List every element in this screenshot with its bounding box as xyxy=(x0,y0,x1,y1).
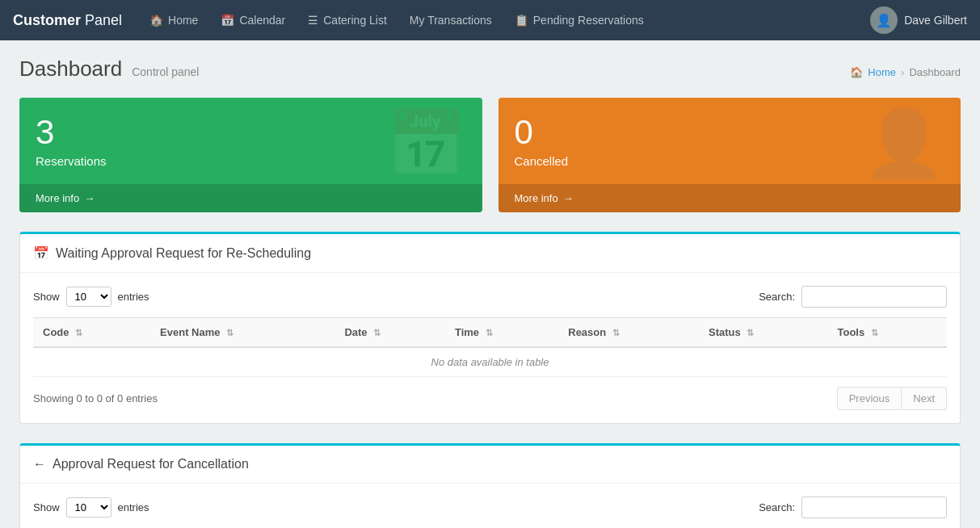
reschedule-search-label: Search: xyxy=(759,291,795,303)
cancellation-header-icon: ← xyxy=(33,457,46,471)
nav-pending-label: Pending Reservations xyxy=(533,14,644,27)
page-subtitle: Control panel xyxy=(132,65,199,78)
reschedule-table-body: No data available in table xyxy=(33,347,947,377)
reschedule-entries-label: entries xyxy=(118,291,149,303)
reschedule-no-data: No data available in table xyxy=(33,347,947,377)
clipboard-icon: 📋 xyxy=(515,14,528,27)
sort-icon-event: ⇅ xyxy=(226,328,233,338)
cancelled-footer-label: More info xyxy=(515,192,558,204)
breadcrumb-home-icon: 🏠 xyxy=(850,66,863,78)
cancellation-search-control: Search: xyxy=(759,497,947,518)
list-icon: ☰ xyxy=(308,14,318,27)
sort-icon-tools: ⇅ xyxy=(871,328,878,338)
cancellation-show-entries: Show 10 25 50 100 entries xyxy=(33,497,149,518)
cancellation-search-input[interactable] xyxy=(801,497,947,518)
page-title-area: Dashboard Control panel xyxy=(19,57,199,82)
nav-calendar-label: Calendar xyxy=(239,14,285,27)
reservations-more-info[interactable]: More info → xyxy=(19,184,482,212)
arrow-right-icon: → xyxy=(84,192,95,204)
nav-home[interactable]: 🏠 Home xyxy=(138,0,209,40)
cancelled-bg-icon: 👤 xyxy=(864,106,944,182)
nav-transactions-label: My Transactions xyxy=(410,14,492,27)
reschedule-showing: Showing 0 to 0 of 0 entries xyxy=(33,392,158,404)
reschedule-show-label: Show xyxy=(33,291,60,303)
breadcrumb-home-link[interactable]: Home xyxy=(868,66,896,78)
cancellation-section-header: ← Approval Request for Cancellation xyxy=(20,446,960,484)
reservations-footer-label: More info xyxy=(36,192,79,204)
sort-icon-status: ⇅ xyxy=(747,328,754,338)
reservations-bg-icon: 📅 xyxy=(385,106,466,182)
cancellation-header-title: Approval Request for Cancellation xyxy=(53,457,249,471)
reschedule-section-body: Show 10 25 50 100 entries Search: xyxy=(20,273,960,423)
breadcrumb-separator: › xyxy=(901,66,904,78)
nav-catering-label: Catering List xyxy=(323,14,387,27)
reschedule-show-entries: Show 10 25 50 100 entries xyxy=(33,287,149,307)
navbar-user[interactable]: 👤 Dave Gilbert xyxy=(870,6,967,34)
sort-icon-code: ⇅ xyxy=(75,328,82,338)
col-event-name: Event Name ⇅ xyxy=(150,318,334,348)
cancellation-search-label: Search: xyxy=(759,501,795,513)
cancellation-section-body: Show 10 25 50 100 entries Search: xyxy=(20,484,960,528)
cancellation-show-label: Show xyxy=(33,501,60,513)
nav-catering[interactable]: ☰ Catering List xyxy=(297,0,398,40)
sort-icon-reason: ⇅ xyxy=(612,328,620,338)
cancellation-entries-select[interactable]: 10 25 50 100 xyxy=(66,497,111,518)
stat-card-reservations: 3 Reservations 📅 More info → xyxy=(19,98,482,212)
page-header: Dashboard Control panel 🏠 Home › Dashboa… xyxy=(19,57,961,82)
content-wrapper: Dashboard Control panel 🏠 Home › Dashboa… xyxy=(0,40,980,528)
sort-icon-date: ⇅ xyxy=(373,328,381,338)
reschedule-section: 📅 Waiting Approval Request for Re-Schedu… xyxy=(19,232,961,424)
reschedule-table-head: Code ⇅ Event Name ⇅ Date ⇅ Time ⇅ Reason… xyxy=(33,318,947,348)
reschedule-prev-btn[interactable]: Previous xyxy=(837,387,902,410)
reschedule-header-row: Code ⇅ Event Name ⇅ Date ⇅ Time ⇅ Reason… xyxy=(33,318,947,348)
cancelled-more-info[interactable]: More info → xyxy=(498,184,961,212)
nav-items: 🏠 Home 📅 Calendar ☰ Catering List My Tra… xyxy=(138,0,870,40)
reschedule-table: Code ⇅ Event Name ⇅ Date ⇅ Time ⇅ Reason… xyxy=(33,317,947,377)
col-time: Time ⇅ xyxy=(445,318,558,348)
brand-strong: Customer xyxy=(13,12,81,28)
reschedule-no-data-row: No data available in table xyxy=(33,347,947,377)
reschedule-search-control: Search: xyxy=(759,286,947,308)
sort-icon-time: ⇅ xyxy=(486,328,493,338)
calendar-icon: 📅 xyxy=(221,14,234,27)
nav-pending[interactable]: 📋 Pending Reservations xyxy=(503,0,655,40)
nav-calendar[interactable]: 📅 Calendar xyxy=(209,0,297,40)
col-code: Code ⇅ xyxy=(33,318,150,348)
reschedule-section-header: 📅 Waiting Approval Request for Re-Schedu… xyxy=(20,234,960,273)
brand: Customer Panel xyxy=(13,12,122,29)
cancellation-table-controls: Show 10 25 50 100 entries Search: xyxy=(33,497,947,518)
col-reason: Reason ⇅ xyxy=(558,318,699,348)
col-status: Status ⇅ xyxy=(699,318,827,348)
cancellation-entries-label: entries xyxy=(118,501,149,513)
reschedule-search-input[interactable] xyxy=(801,286,947,308)
navbar: Customer Panel 🏠 Home 📅 Calendar ☰ Cater… xyxy=(0,0,980,40)
reschedule-header-icon: 📅 xyxy=(33,245,49,261)
stat-card-cancelled: 0 Cancelled 👤 More info → xyxy=(498,98,961,212)
reschedule-table-controls: Show 10 25 50 100 entries Search: xyxy=(33,286,947,308)
stat-cards: 3 Reservations 📅 More info → 0 Cancelled… xyxy=(19,98,961,212)
reschedule-header-title: Waiting Approval Request for Re-Scheduli… xyxy=(56,246,311,261)
avatar: 👤 xyxy=(870,6,898,34)
home-icon: 🏠 xyxy=(149,14,163,27)
reschedule-pagination: Previous Next xyxy=(837,387,947,410)
breadcrumb: 🏠 Home › Dashboard xyxy=(850,66,961,78)
reschedule-entries-select[interactable]: 10 25 50 100 xyxy=(66,287,111,307)
user-avatar-icon: 👤 xyxy=(876,13,892,28)
col-tools: Tools ⇅ xyxy=(827,318,947,348)
nav-home-label: Home xyxy=(168,14,198,27)
cancellation-section: ← Approval Request for Cancellation Show… xyxy=(19,443,961,528)
reschedule-table-footer: Showing 0 to 0 of 0 entries Previous Nex… xyxy=(33,387,947,410)
page-title: Dashboard xyxy=(19,57,122,82)
reschedule-next-btn[interactable]: Next xyxy=(902,387,947,410)
col-date: Date ⇅ xyxy=(334,318,445,348)
breadcrumb-current: Dashboard xyxy=(909,66,961,78)
arrow-right-icon-2: → xyxy=(563,192,574,204)
nav-transactions[interactable]: My Transactions xyxy=(398,0,503,40)
user-name: Dave Gilbert xyxy=(904,14,967,27)
